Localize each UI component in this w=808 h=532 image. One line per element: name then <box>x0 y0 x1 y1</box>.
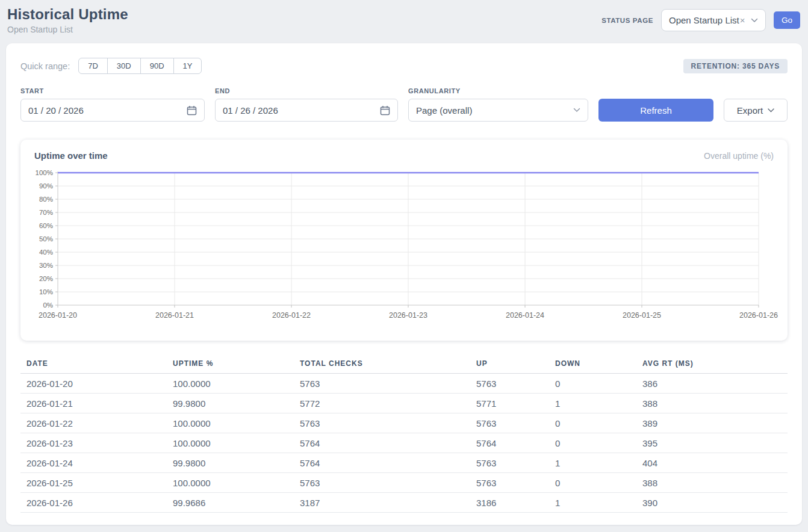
cell-up: 5764 <box>470 433 549 453</box>
uptime-chart-svg[interactable]: 0%10%20%30%40%50%60%70%80%90%100%2026-01… <box>31 168 781 320</box>
uptime-table: DATEUPTIME %TOTAL CHECKSUPDOWNAVG RT (MS… <box>20 356 788 513</box>
column-header: UPTIME % <box>167 356 294 374</box>
table-row: 2026-01-22100.0000576357630389 <box>20 413 788 433</box>
end-date-input[interactable]: 01 / 26 / 2026 <box>215 99 398 122</box>
retention-badge: RETENTION: 365 DAYS <box>683 59 788 73</box>
cell-up: 3186 <box>470 493 549 513</box>
granularity-select[interactable]: Page (overall) <box>408 99 588 122</box>
quick-range-7d[interactable]: 7D <box>78 58 108 74</box>
y-tick-label: 50% <box>39 235 53 243</box>
chart-legend: Overall uptime (%) <box>704 151 774 161</box>
column-header: DOWN <box>549 356 636 374</box>
cell-down: 0 <box>549 433 636 453</box>
table-body: 2026-01-20100.00005763576303862026-01-21… <box>20 374 788 513</box>
x-tick-label: 2026-01-21 <box>155 311 194 320</box>
quick-range-label: Quick range: <box>20 61 70 71</box>
y-tick-label: 20% <box>39 275 53 282</box>
export-button-label: Export <box>737 105 763 116</box>
x-tick-label: 2026-01-20 <box>39 311 77 320</box>
go-button[interactable]: Go <box>774 11 800 29</box>
calendar-icon[interactable] <box>380 105 390 116</box>
cell-avg-rt: 386 <box>636 374 788 394</box>
cell-date: 2026-01-21 <box>20 394 167 413</box>
table-row: 2026-01-2199.9800577257711388 <box>20 394 788 413</box>
cell-down: 1 <box>549 493 636 513</box>
x-tick-label: 2026-01-24 <box>506 311 544 320</box>
table-row: 2026-01-25100.0000576357630388 <box>20 473 788 493</box>
granularity-field: GRANULARITY Page (overall) <box>408 87 588 122</box>
end-date-value: 01 / 26 / 2026 <box>223 105 278 116</box>
cell-total-checks: 5764 <box>294 433 470 453</box>
cell-avg-rt: 388 <box>636 473 788 493</box>
calendar-icon[interactable] <box>187 105 197 116</box>
cell-total-checks: 5763 <box>294 374 470 394</box>
end-date-label: END <box>215 87 398 94</box>
chart-title: Uptime over time <box>34 150 108 161</box>
y-tick-label: 90% <box>39 182 53 190</box>
chevron-down-icon <box>573 108 580 113</box>
cell-down: 0 <box>549 374 636 394</box>
y-tick-label: 80% <box>39 196 53 203</box>
column-header: TOTAL CHECKS <box>294 356 470 374</box>
quick-range-90d[interactable]: 90D <box>140 58 174 74</box>
x-tick-label: 2026-01-26 <box>739 311 778 320</box>
table-row: 2026-01-2499.9800576457631404 <box>20 453 788 473</box>
status-page-selected-value: Open Startup List <box>669 15 739 25</box>
cell-avg-rt: 389 <box>636 413 788 433</box>
export-button[interactable]: Export <box>724 99 788 122</box>
cell-down: 0 <box>549 413 636 433</box>
table-row: 2026-01-20100.0000576357630386 <box>20 374 788 394</box>
quick-range-1y[interactable]: 1Y <box>173 58 202 74</box>
cell-up: 5763 <box>470 453 549 473</box>
cell-total-checks: 5772 <box>294 394 470 413</box>
page-header: Historical Uptime Open Startup List STAT… <box>0 0 808 43</box>
cell-date: 2026-01-26 <box>20 493 167 513</box>
start-date-input[interactable]: 01 / 20 / 2026 <box>20 99 205 122</box>
cell-total-checks: 5764 <box>294 453 470 473</box>
start-date-value: 01 / 20 / 2026 <box>28 105 84 116</box>
cell-uptime: 100.0000 <box>167 374 294 394</box>
cell-uptime: 99.9800 <box>167 453 294 473</box>
quick-range-group: 7D30D90D1Y <box>78 58 202 74</box>
cell-avg-rt: 395 <box>636 433 788 453</box>
header-actions: STATUS PAGE Open Startup List × Go <box>601 9 800 31</box>
cell-total-checks: 3187 <box>294 493 470 513</box>
cell-date: 2026-01-22 <box>20 413 167 433</box>
cell-down: 1 <box>549 453 636 473</box>
y-tick-label: 10% <box>39 288 53 295</box>
table-row: 2026-01-23100.0000576457640395 <box>20 433 788 453</box>
cell-avg-rt: 390 <box>636 493 788 513</box>
cell-up: 5763 <box>470 413 549 433</box>
start-date-field: START 01 / 20 / 2026 <box>20 87 205 122</box>
chart-header: Uptime over time Overall uptime (%) <box>20 150 788 161</box>
y-tick-label: 100% <box>36 169 53 176</box>
chevron-down-icon <box>768 108 774 113</box>
granularity-selected-value: Page (overall) <box>416 105 472 116</box>
clear-selection-icon[interactable]: × <box>740 15 745 25</box>
table-header-row: DATEUPTIME %TOTAL CHECKSUPDOWNAVG RT (MS… <box>20 356 788 374</box>
y-tick-label: 30% <box>39 262 53 269</box>
x-tick-label: 2026-01-23 <box>389 311 427 320</box>
status-page-select[interactable]: Open Startup List × <box>661 9 766 31</box>
cell-down: 1 <box>549 394 636 413</box>
table-row: 2026-01-2699.9686318731861390 <box>20 493 788 513</box>
cell-uptime: 100.0000 <box>167 473 294 493</box>
refresh-button[interactable]: Refresh <box>598 99 713 122</box>
quick-range-30d[interactable]: 30D <box>107 58 141 74</box>
cell-down: 0 <box>549 473 636 493</box>
chevron-down-icon <box>751 18 758 23</box>
column-header: UP <box>470 356 549 374</box>
x-tick-label: 2026-01-22 <box>272 311 311 320</box>
y-tick-label: 40% <box>39 249 53 256</box>
quick-range-row: Quick range: 7D30D90D1Y RETENTION: 365 D… <box>20 58 788 74</box>
chart-plot-area: 0%10%20%30%40%50%60%70%80%90%100%2026-01… <box>20 168 788 322</box>
column-header: DATE <box>20 356 167 374</box>
cell-uptime: 99.9686 <box>167 493 294 513</box>
cell-total-checks: 5763 <box>294 413 470 433</box>
end-date-field: END 01 / 26 / 2026 <box>215 87 398 122</box>
start-date-label: START <box>20 87 205 94</box>
cell-uptime: 99.9800 <box>167 394 294 413</box>
y-tick-label: 70% <box>39 209 53 216</box>
cell-date: 2026-01-24 <box>20 453 167 473</box>
x-tick-label: 2026-01-25 <box>623 311 661 320</box>
